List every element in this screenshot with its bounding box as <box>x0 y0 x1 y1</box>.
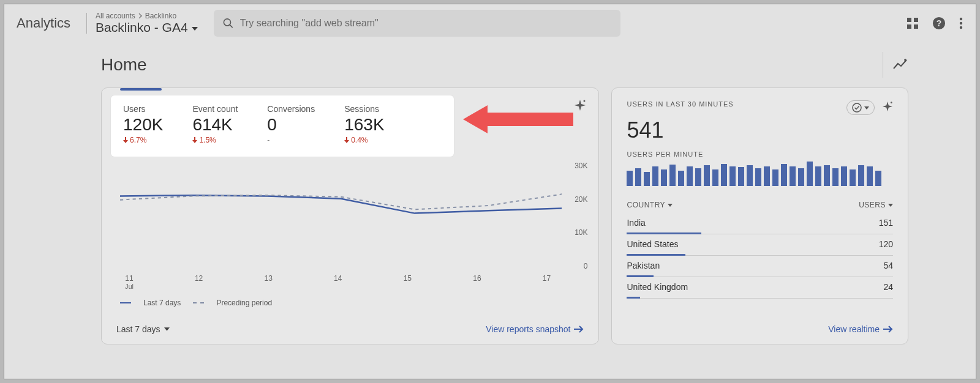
svg-point-10 <box>960 26 962 29</box>
top-bar: Analytics All accounts Backlinko Backlin… <box>4 4 976 42</box>
svg-point-13 <box>853 103 861 112</box>
svg-text:?: ? <box>937 19 941 28</box>
active-tab-indicator <box>120 88 162 91</box>
trend-sparkle-icon <box>893 59 908 71</box>
breadcrumb-root: All accounts <box>96 12 135 20</box>
overview-card: Users 120K 6.7% Event count 614K 1.5% Co… <box>101 87 599 344</box>
insights-button[interactable] <box>883 52 908 78</box>
arrow-right-icon <box>574 325 584 333</box>
svg-point-11 <box>584 100 586 102</box>
metric-label: Conversions <box>267 104 315 114</box>
table-row[interactable]: United States120 <box>627 234 893 256</box>
divider <box>86 13 87 34</box>
trend-chart <box>120 162 562 277</box>
metric-delta: 0.4% <box>344 136 384 144</box>
metric-value: 0 <box>267 115 315 135</box>
breadcrumb-leaf: Backlinko <box>145 12 176 20</box>
sparkle-icon[interactable] <box>882 101 893 114</box>
realtime-label: USERS IN LAST 30 MINUTES <box>627 100 733 108</box>
svg-rect-4 <box>907 24 911 29</box>
annotation-arrow <box>463 103 573 136</box>
svg-rect-3 <box>914 18 918 22</box>
arrow-down-icon <box>344 137 349 143</box>
date-range-selector[interactable]: Last 7 days <box>116 324 170 334</box>
metric-delta: 1.5% <box>192 136 238 144</box>
metrics-strip: Users 120K 6.7% Event count 614K 1.5% Co… <box>111 95 454 157</box>
metric-value: 614K <box>192 115 238 135</box>
metric-value: 120K <box>123 115 163 135</box>
chart-legend: Last 7 days Preceding period <box>120 299 272 307</box>
metric-label: Sessions <box>344 104 384 114</box>
metric-label: Users <box>123 104 163 114</box>
legend-dash-icon <box>193 302 204 303</box>
view-realtime-link[interactable]: View realtime <box>828 324 893 334</box>
caret-down-icon <box>164 327 170 331</box>
metric-delta: - <box>267 136 315 144</box>
y-axis-ticks: 30K 20K 10K 0 <box>564 162 587 270</box>
svg-point-8 <box>960 18 962 20</box>
arrow-down-icon <box>123 137 128 143</box>
svg-point-14 <box>891 102 892 103</box>
metric-delta: 6.7% <box>123 136 163 144</box>
per-minute-bars <box>627 162 893 186</box>
svg-rect-5 <box>914 24 918 29</box>
arrow-down-icon <box>192 137 197 143</box>
brand-label: Analytics <box>13 15 78 31</box>
breadcrumb[interactable]: All accounts Backlinko <box>96 12 198 20</box>
country-table-head: COUNTRY USERS <box>627 197 893 213</box>
property-name: Backlinko - GA4 <box>96 20 188 35</box>
view-reports-link[interactable]: View reports snapshot <box>486 324 584 334</box>
page-title: Home <box>101 55 147 75</box>
caret-down-icon <box>192 27 198 31</box>
svg-point-9 <box>960 22 962 24</box>
svg-line-1 <box>230 24 233 28</box>
search-input[interactable] <box>240 18 612 29</box>
col-country[interactable]: COUNTRY <box>627 201 673 209</box>
chevron-right-icon <box>138 13 143 18</box>
metric-users[interactable]: Users 120K 6.7% <box>123 104 163 151</box>
search-icon <box>222 17 234 29</box>
table-row[interactable]: United Kingdom24 <box>627 277 893 299</box>
status-chip[interactable] <box>846 100 875 115</box>
metric-conversions[interactable]: Conversions 0 - <box>267 104 315 151</box>
apps-icon[interactable] <box>907 17 919 29</box>
arrow-right-icon <box>883 325 893 333</box>
caret-down-icon <box>668 204 673 207</box>
legend-solid-label: Last 7 days <box>143 299 181 307</box>
metric-label: Event count <box>192 104 238 114</box>
table-row[interactable]: Pakistan54 <box>627 256 893 277</box>
metric-event-count[interactable]: Event count 614K 1.5% <box>192 104 238 151</box>
check-circle-icon <box>852 103 862 113</box>
per-minute-label: USERS PER MINUTE <box>627 151 893 158</box>
more-vert-icon[interactable] <box>959 17 963 29</box>
search-box[interactable] <box>214 10 620 37</box>
sparkle-icon[interactable] <box>574 99 586 114</box>
caret-down-icon <box>864 106 869 110</box>
metric-sessions[interactable]: Sessions 163K 0.4% <box>344 104 384 151</box>
help-icon[interactable]: ? <box>932 17 946 30</box>
legend-dash-label: Preceding period <box>216 299 272 307</box>
property-selector[interactable]: All accounts Backlinko Backlinko - GA4 <box>96 12 198 35</box>
realtime-value: 541 <box>627 117 893 143</box>
legend-solid-icon <box>120 302 131 303</box>
metric-value: 163K <box>344 115 384 135</box>
realtime-card: USERS IN LAST 30 MINUTES 541 USERS PER M… <box>611 87 908 344</box>
table-row[interactable]: India151 <box>627 213 893 234</box>
svg-rect-2 <box>907 18 911 22</box>
caret-down-icon <box>888 204 893 207</box>
col-users[interactable]: USERS <box>859 201 893 209</box>
svg-point-0 <box>224 19 230 26</box>
x-axis-ticks: 11Jul 12 13 14 15 16 17 <box>120 274 556 290</box>
country-table-body: India151United States120Pakistan54United… <box>627 213 893 299</box>
